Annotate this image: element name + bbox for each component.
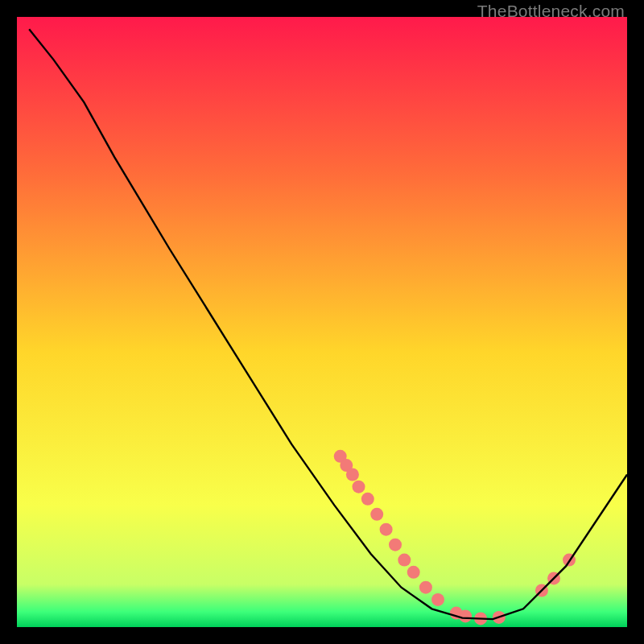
- chart-frame: [17, 17, 627, 627]
- gradient-background: [17, 17, 627, 627]
- marker-dot: [353, 481, 365, 493]
- marker-dot: [398, 554, 411, 567]
- marker-dot: [407, 566, 420, 579]
- marker-dot: [380, 523, 393, 536]
- marker-dot: [370, 508, 383, 521]
- watermark-text: TheBottleneck.com: [477, 2, 625, 21]
- marker-dot: [431, 593, 444, 606]
- marker-dot: [346, 469, 359, 481]
- chart-svg: [17, 17, 627, 627]
- marker-dot: [389, 539, 402, 551]
- marker-dot: [459, 609, 472, 622]
- marker-dot: [361, 493, 374, 506]
- marker-dot: [419, 581, 432, 594]
